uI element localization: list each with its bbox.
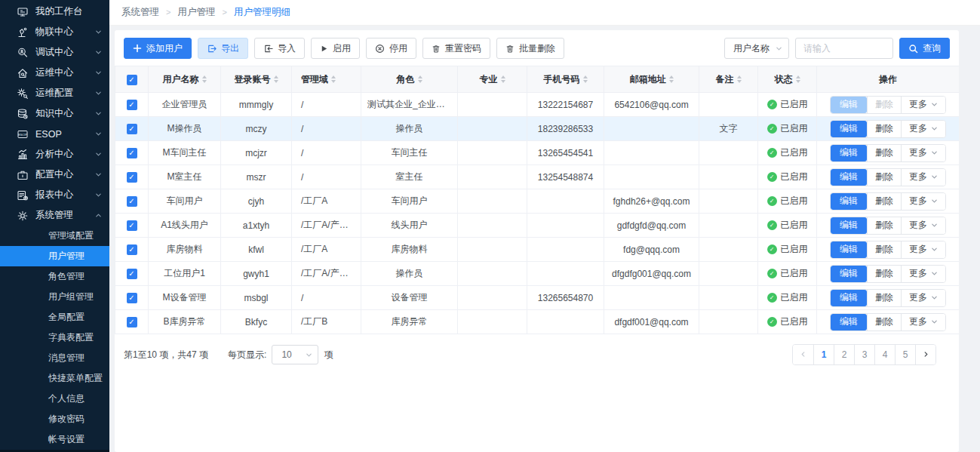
more-button[interactable]: 更多 [901,266,945,282]
row-checkbox[interactable]: ✓ [127,172,137,183]
breadcrumb-item[interactable]: 用户管理明细 [234,7,290,17]
batch-delete-button[interactable]: 批量删除 [496,38,564,59]
breadcrumb-item[interactable]: 用户管理 [177,7,215,17]
sidebar-subitem[interactable]: 用户组管理 [0,287,109,307]
edit-button[interactable]: 编辑 [831,169,867,186]
page-button-2[interactable]: 2 [834,345,854,364]
more-button[interactable]: 更多 [901,121,945,137]
more-button[interactable]: 更多 [901,290,945,306]
column-header[interactable]: 角色 [361,66,458,93]
row-checkbox[interactable]: ✓ [127,196,137,207]
column-header[interactable]: 管理域 [292,66,361,93]
column-header[interactable]: 手机号码 [527,66,604,93]
next-page-button[interactable] [915,345,935,364]
row-checkbox[interactable]: ✓ [127,269,137,279]
sidebar-subitem[interactable]: 修改密码 [0,409,109,429]
breadcrumb-item[interactable]: 系统管理 [121,7,159,17]
sidebar-subitem[interactable]: 角色管理 [0,266,109,287]
row-checkbox[interactable]: ✓ [127,317,137,327]
sort-icon[interactable] [796,75,800,83]
column-header[interactable]: 登录账号 [221,66,292,93]
edit-button[interactable]: 编辑 [831,314,867,331]
sidebar-item-esop[interactable]: ESOPESOP [0,124,109,144]
delete-button[interactable]: 删除 [867,145,901,161]
delete-button[interactable]: 删除 [867,169,901,186]
delete-button[interactable]: 删除 [867,121,901,137]
sidebar-item-debug[interactable]: 调试中心 [0,42,109,63]
page-button-5[interactable]: 5 [895,345,915,364]
sort-icon[interactable] [202,75,207,83]
edit-button[interactable]: 编辑 [831,266,867,282]
page-button-4[interactable]: 4 [874,345,895,364]
sidebar-item-analysis[interactable]: 分析中心 [0,144,109,165]
edit-button[interactable]: 编辑 [831,217,867,234]
sidebar-subitem[interactable]: 消息管理 [0,348,109,368]
column-header[interactable]: 邮箱地址 [604,66,699,93]
more-button[interactable]: 更多 [901,97,945,113]
delete-button[interactable]: 删除 [867,241,901,258]
delete-button[interactable]: 删除 [867,217,901,234]
sidebar-item-maintenance-config[interactable]: 运维配置 [0,83,109,103]
edit-button[interactable]: 编辑 [831,121,867,137]
more-button[interactable]: 更多 [901,314,945,331]
page-button-1[interactable]: 1 [813,345,834,364]
sidebar-subitem[interactable]: 全局配置 [0,307,109,327]
add-user-button[interactable]: 添加用户 [124,38,192,59]
more-button[interactable]: 更多 [901,217,945,234]
sort-icon[interactable] [274,75,278,83]
page-size-select[interactable]: 10 [272,345,318,364]
sidebar-item-knowledge[interactable]: 知识中心 [0,103,109,124]
delete-button[interactable]: 删除 [867,266,901,282]
row-checkbox[interactable]: ✓ [127,100,137,110]
column-header[interactable]: 用户名称 [149,66,221,93]
edit-button[interactable]: 编辑 [831,290,867,306]
search-input[interactable] [795,38,893,59]
row-checkbox[interactable]: ✓ [127,124,137,134]
edit-button[interactable]: 编辑 [831,241,867,258]
sidebar-subitem[interactable]: 管理域配置 [0,226,109,246]
select-all-checkbox[interactable]: ✓ [127,75,137,85]
sidebar-item-system[interactable]: 系统管理 [0,205,109,226]
edit-button[interactable]: 编辑 [831,97,867,113]
sidebar-item-maintenance[interactable]: 运维中心 [0,63,109,83]
delete-button[interactable]: 删除 [867,314,901,331]
column-header[interactable]: 状态 [758,66,817,93]
sort-icon[interactable] [331,75,336,83]
delete-button[interactable]: 删除 [867,290,901,306]
more-button[interactable]: 更多 [901,193,945,210]
sort-icon[interactable] [737,75,742,83]
sidebar-subitem[interactable]: 帐号设置 [0,429,109,450]
edit-button[interactable]: 编辑 [831,193,867,210]
sidebar-item-iot[interactable]: 物联中心 [0,22,109,42]
more-button[interactable]: 更多 [901,145,945,161]
column-header[interactable]: 操作 [817,66,960,93]
sidebar-subitem[interactable]: 用户管理 [0,246,109,266]
import-button[interactable]: 导入 [254,38,305,59]
enable-button[interactable]: 启用 [311,38,360,59]
sidebar-subitem[interactable]: 个人信息 [0,389,109,409]
prev-page-button[interactable] [793,345,813,364]
sort-icon[interactable] [583,75,588,83]
sidebar-item-workbench[interactable]: 我的工作台 [0,2,109,22]
search-field-select[interactable]: 用户名称 [724,38,789,59]
delete-button[interactable]: 删除 [867,193,901,210]
sidebar-item-config[interactable]: 配置中心 [0,165,109,185]
sidebar-item-report[interactable]: 报表中心 [0,185,109,205]
row-checkbox[interactable]: ✓ [127,293,137,303]
column-header[interactable]: 专业 [458,66,527,93]
edit-button[interactable]: 编辑 [831,145,867,161]
row-checkbox[interactable]: ✓ [127,148,137,158]
column-header[interactable]: 备注 [699,66,758,93]
page-button-3[interactable]: 3 [854,345,874,364]
row-checkbox[interactable]: ✓ [127,220,137,231]
reset-password-button[interactable]: 重置密码 [422,38,490,59]
sidebar-subitem[interactable]: 快捷菜单配置 [0,368,109,389]
delete-button[interactable]: 删除 [867,97,901,113]
search-button[interactable]: 查询 [899,38,950,59]
sort-icon[interactable] [501,75,505,83]
export-button[interactable]: 导出 [198,38,248,59]
more-button[interactable]: 更多 [901,241,945,258]
disable-button[interactable]: 停用 [366,38,416,59]
sidebar-subitem[interactable]: 字典表配置 [0,327,109,348]
row-checkbox[interactable]: ✓ [127,244,137,255]
